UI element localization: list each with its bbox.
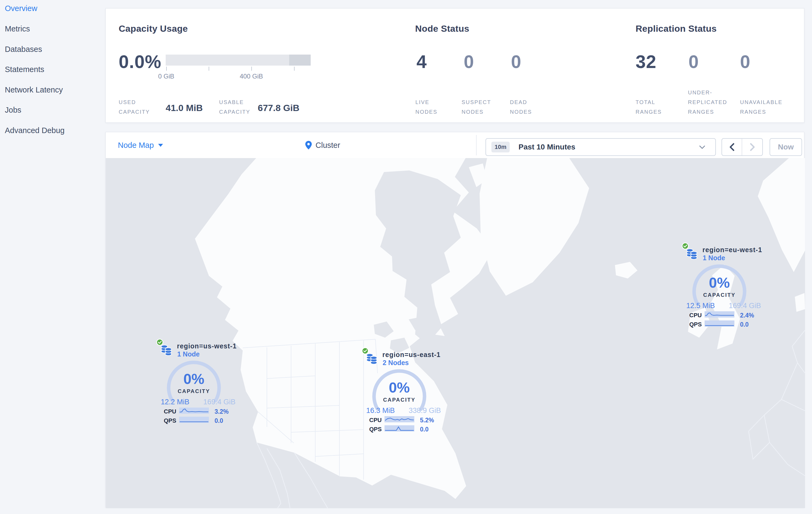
live-nodes-value: 4: [416, 51, 427, 72]
cpu-label: CPU: [164, 408, 176, 415]
cpu-label: CPU: [689, 312, 702, 319]
sidebar-item-overview[interactable]: Overview: [5, 4, 37, 13]
capacity-gauge-label: CAPACITY: [690, 292, 749, 298]
toolbar-divider: [476, 135, 476, 155]
capacity-usage-percent: 0.0%: [119, 51, 162, 72]
region-total-capacity: 338.9 GiB: [405, 406, 445, 415]
qps-label: QPS: [689, 321, 702, 328]
unavailable-ranges-label: UNAVAILABLE RANGES: [740, 97, 782, 117]
breadcrumb-cluster-label: Cluster: [316, 141, 340, 150]
database-nodes-icon: [161, 344, 172, 356]
qps-sparkline: [704, 320, 734, 327]
qps-label: QPS: [369, 426, 382, 433]
region-used-capacity: 16.3 MiB: [362, 406, 399, 415]
qps-sparkline: [384, 425, 414, 431]
time-step-buttons: [722, 138, 763, 156]
capacity-gauge-percent: 0%: [690, 274, 749, 291]
sidebar-item-advanced-debug[interactable]: Advanced Debug: [5, 126, 65, 135]
suspect-nodes-value: 0: [464, 51, 474, 72]
capacity-axis-label-400: 400 GiB: [235, 73, 267, 80]
replication-status-title: Replication Status: [636, 23, 717, 34]
region-marker-eu-west-1[interactable]: region=eu-west-1 1 Node 0% CAPACITY 12.5…: [682, 242, 762, 332]
cluster-overview-page: Overview Metrics Databases Statements Ne…: [0, 0, 812, 514]
cpu-value: 3.2%: [214, 408, 229, 415]
node-status-title: Node Status: [415, 23, 469, 34]
node-map-toolbar: Node Map Cluster 10m Past 10 Minutes: [106, 132, 804, 158]
chevron-right-icon: [749, 143, 755, 151]
region-node-count: 1 Node: [703, 254, 725, 262]
sidebar-item-statements[interactable]: Statements: [5, 65, 44, 74]
under-replicated-ranges-label: UNDER- REPLICATED RANGES: [688, 88, 727, 117]
qps-sparkline: [179, 417, 209, 423]
region-node-count: 1 Node: [177, 350, 200, 358]
database-nodes-icon: [686, 248, 698, 260]
total-ranges-value: 32: [636, 51, 657, 72]
region-name: region=eu-west-1: [702, 246, 762, 254]
capacity-axis-tick: [294, 67, 295, 71]
under-replicated-ranges-value: 0: [689, 51, 699, 72]
live-nodes-label: LIVE NODES: [415, 97, 437, 117]
region-total-capacity: 169.4 GiB: [199, 398, 239, 406]
region-marker-us-west-1[interactable]: region=us-west-1 1 Node 0% CAPACITY 12.2…: [156, 338, 237, 429]
time-step-back-button[interactable]: [722, 139, 742, 155]
capacity-axis-label-0: 0 GiB: [150, 73, 182, 80]
breadcrumb-cluster[interactable]: Cluster: [305, 132, 340, 158]
suspect-nodes-label: SUSPECT NODES: [462, 97, 491, 117]
capacity-gauge-percent: 0%: [370, 379, 429, 396]
view-selector-dropdown[interactable]: Node Map: [118, 132, 163, 158]
capacity-gauge-percent: 0%: [164, 371, 224, 387]
region-total-capacity: 169.4 GiB: [725, 302, 765, 310]
capacity-axis-tick: [209, 67, 209, 71]
capacity-usage-title: Capacity Usage: [119, 23, 188, 34]
view-selector-label: Node Map: [118, 141, 154, 150]
cpu-label: CPU: [369, 417, 382, 424]
region-name: region=us-west-1: [177, 342, 237, 350]
total-ranges-label: TOTAL RANGES: [636, 97, 662, 117]
region-node-count: 2 Nodes: [383, 359, 409, 367]
now-button[interactable]: Now: [770, 138, 802, 156]
dead-nodes-label: DEAD NODES: [510, 97, 532, 117]
usable-capacity-label: USABLE CAPACITY: [219, 97, 250, 117]
region-used-capacity: 12.2 MiB: [156, 398, 194, 406]
cpu-value: 5.2%: [420, 417, 434, 424]
dead-nodes-value: 0: [511, 51, 521, 72]
node-map-panel: Node Map Cluster 10m Past 10 Minutes: [105, 132, 805, 508]
world-map-graphic: [106, 158, 805, 508]
time-range-label: Past 10 Minutes: [519, 143, 699, 151]
sidebar-item-databases[interactable]: Databases: [5, 45, 42, 54]
cpu-sparkline: [384, 416, 414, 422]
capacity-axis-tick: [251, 67, 252, 71]
used-capacity-value: 41.0 MiB: [166, 103, 203, 113]
capacity-meter: [166, 55, 311, 65]
chevron-down-icon: [699, 145, 705, 149]
unavailable-ranges-value: 0: [740, 51, 751, 72]
region-used-capacity: 12.5 MiB: [682, 302, 719, 310]
sidebar-item-metrics[interactable]: Metrics: [5, 24, 30, 33]
sidebar-item-network-latency[interactable]: Network Latency: [5, 85, 63, 94]
qps-value: 0.0: [420, 426, 429, 433]
usable-capacity-value: 677.8 GiB: [258, 103, 299, 113]
region-name: region=us-east-1: [382, 351, 441, 359]
database-nodes-icon: [366, 352, 378, 365]
sidebar-item-jobs[interactable]: Jobs: [5, 105, 21, 114]
used-capacity-label: USED CAPACITY: [119, 97, 150, 117]
qps-value: 0.0: [214, 417, 223, 425]
capacity-gauge-label: CAPACITY: [370, 397, 429, 403]
qps-label: QPS: [164, 417, 176, 424]
node-map: region=us-west-1 1 Node 0% CAPACITY 12.2…: [106, 158, 805, 508]
time-range-selector[interactable]: 10m Past 10 Minutes: [486, 138, 716, 156]
region-marker-us-east-1[interactable]: region=us-east-1 2 Nodes 0% CAPACITY 16.…: [362, 347, 442, 437]
time-step-forward-button[interactable]: [742, 139, 762, 155]
time-range-badge: 10m: [491, 142, 510, 153]
cpu-sparkline: [704, 311, 734, 318]
cpu-sparkline: [179, 408, 209, 414]
qps-value: 0.0: [740, 321, 749, 328]
chevron-left-icon: [729, 143, 735, 151]
caret-down-icon: [158, 144, 163, 147]
capacity-axis-tick: [166, 67, 167, 71]
sidebar: Overview Metrics Databases Statements Ne…: [0, 0, 105, 514]
cluster-summary-panel: Capacity Usage 0.0% 0 GiB 400 GiB USED C…: [105, 8, 805, 123]
capacity-meter-reserved-segment: [289, 55, 311, 65]
capacity-gauge-label: CAPACITY: [164, 388, 224, 395]
map-pin-icon: [305, 141, 312, 150]
